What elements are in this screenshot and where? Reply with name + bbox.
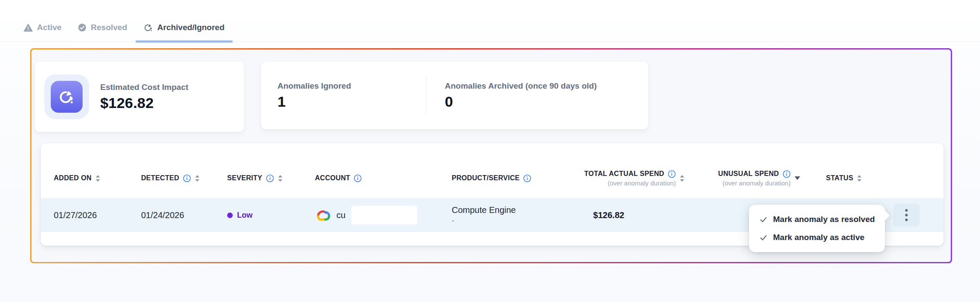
cost-impact-label: Estimated Cost Impact	[100, 83, 188, 92]
menu-item-mark-active[interactable]: Mark anomaly as active	[749, 228, 885, 247]
total-actual-spend-cell: $126.82	[572, 210, 697, 220]
column-sublabel: (over anomaly duration)	[722, 179, 790, 187]
kebab-menu-icon	[905, 208, 908, 222]
severity-cell: Low	[227, 211, 315, 220]
anomaly-status-tabs: Active Resolved Archived/Ignored	[0, 0, 980, 42]
anomaly-arc-icon	[144, 23, 153, 32]
column-header-product-service: PRODUCT/SERVICE	[452, 174, 572, 182]
column-sublabel: (over anomaly duration)	[608, 179, 676, 187]
anomaly-pie-icon	[51, 81, 83, 113]
sort-desc-caret-icon[interactable]	[794, 176, 801, 180]
sort-icon[interactable]	[194, 175, 200, 182]
product-subtext: -	[452, 216, 572, 225]
tab-label: Archived/Ignored	[157, 23, 225, 32]
row-actions-dropdown: Mark anomaly as resolved Mark anomaly as…	[749, 205, 885, 252]
google-cloud-icon	[315, 209, 331, 222]
check-circle-icon	[78, 23, 86, 32]
product-service-cell: Compute Engine -	[452, 205, 572, 225]
info-icon[interactable]	[668, 170, 676, 178]
estimated-cost-impact-card: Estimated Cost Impact $126.82	[35, 62, 244, 132]
column-header-severity: SEVERITY	[227, 174, 315, 182]
cost-impact-icon-halo	[44, 74, 89, 119]
tab-active[interactable]: Active	[15, 14, 70, 41]
column-header-added-on: ADDED ON	[54, 174, 141, 182]
anomalies-page: Active Resolved Archived/Ignored	[0, 0, 980, 302]
added-on-cell: 01/27/2026	[54, 210, 141, 220]
anomaly-counts-card: Anomalies Ignored 1 Anomalies Archived (…	[261, 62, 648, 129]
account-name-prefix: cu	[336, 210, 345, 220]
card-divider	[426, 77, 427, 114]
column-label: DETECTED	[141, 174, 179, 182]
column-label: TOTAL ACTUAL SPEND	[584, 170, 664, 178]
info-icon[interactable]	[523, 174, 531, 182]
sort-icon[interactable]	[679, 175, 685, 182]
sort-icon[interactable]	[857, 175, 862, 182]
column-label: SEVERITY	[227, 174, 262, 182]
warning-triangle-icon	[24, 24, 33, 32]
product-name: Compute Engine	[452, 205, 572, 215]
cost-impact-value: $126.82	[100, 95, 188, 111]
tab-archived-ignored[interactable]: Archived/Ignored	[136, 14, 233, 41]
menu-item-mark-resolved[interactable]: Mark anomaly as resolved	[749, 210, 885, 228]
info-icon[interactable]	[266, 174, 274, 182]
column-header-detected: DETECTED	[141, 174, 227, 182]
account-name-redacted	[351, 206, 417, 224]
severity-label: Low	[237, 211, 253, 220]
tab-label: Active	[37, 23, 62, 32]
table-header-row: ADDED ON DETECTED	[41, 143, 943, 198]
info-icon[interactable]	[354, 174, 362, 182]
info-icon[interactable]	[783, 170, 791, 178]
column-label: UNUSUAL SPEND	[718, 170, 779, 178]
column-label: PRODUCT/SERVICE	[452, 174, 520, 182]
column-header-account: ACCOUNT	[315, 174, 452, 182]
sort-icon[interactable]	[95, 175, 101, 182]
column-header-status: STATUS	[822, 174, 880, 182]
ignored-count-label: Anomalies Ignored	[277, 81, 426, 91]
menu-item-label: Mark anomaly as active	[773, 233, 864, 242]
column-header-unusual-spend: UNUSUAL SPEND (over anomaly duration)	[697, 170, 822, 187]
check-icon	[759, 234, 767, 242]
detected-cell: 01/24/2026	[141, 210, 227, 220]
column-header-total-actual-spend: TOTAL ACTUAL SPEND (over anomaly duratio…	[572, 170, 697, 187]
info-icon[interactable]	[183, 174, 191, 182]
archived-count-value: 0	[445, 93, 597, 110]
archived-count-label: Anomalies Archived (once 90 days old)	[445, 81, 597, 91]
column-label: STATUS	[826, 174, 853, 182]
sort-icon[interactable]	[277, 175, 283, 182]
tab-label: Resolved	[91, 23, 127, 32]
menu-item-label: Mark anomaly as resolved	[773, 215, 875, 224]
column-label: ADDED ON	[54, 174, 92, 182]
column-label: ACCOUNT	[315, 174, 350, 182]
tab-resolved[interactable]: Resolved	[70, 14, 135, 41]
severity-dot	[227, 213, 233, 218]
row-actions-menu-button[interactable]	[893, 203, 920, 227]
check-icon	[759, 216, 767, 224]
ignored-count-value: 1	[277, 93, 426, 110]
account-cell: cu	[315, 206, 452, 224]
